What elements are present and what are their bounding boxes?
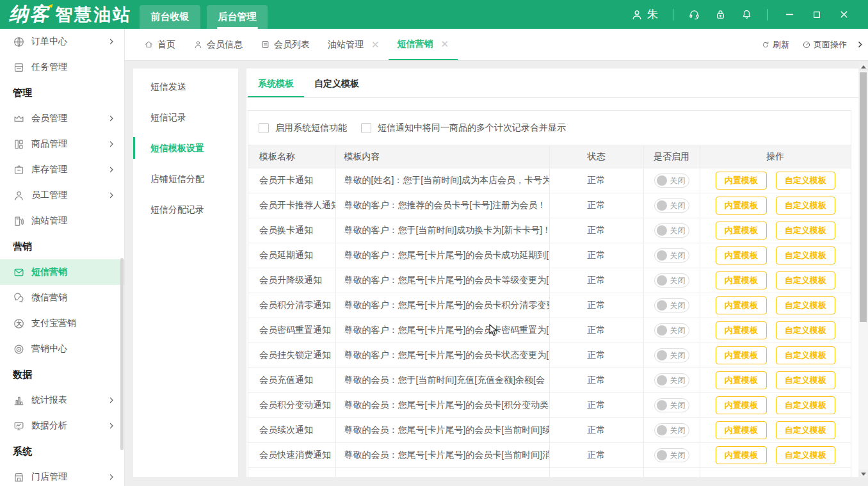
enable-toggle[interactable]: 关闭 bbox=[654, 423, 689, 437]
close-button[interactable] bbox=[839, 9, 849, 20]
sidebar-item[interactable]: 库存管理 bbox=[0, 157, 124, 182]
page-tab[interactable]: 油站管理✕ bbox=[319, 29, 389, 60]
maximize-button[interactable] bbox=[812, 10, 822, 20]
builtin-template-button[interactable]: 内置模板 bbox=[716, 296, 767, 314]
enable-toggle[interactable]: 关闭 bbox=[654, 323, 689, 337]
custom-template-button[interactable]: 自定义模板 bbox=[776, 446, 835, 464]
sidebar-item[interactable]: 订单中心 bbox=[0, 29, 124, 54]
enable-toggle[interactable]: 关闭 bbox=[654, 198, 689, 213]
template-content: 尊敬的客户：您尾号[卡片尾号]的会员卡积分清零变更 bbox=[335, 293, 549, 318]
tab-close-icon[interactable]: ✕ bbox=[441, 38, 449, 50]
page-tab-label: 首页 bbox=[157, 39, 175, 51]
chart-icon bbox=[13, 394, 25, 407]
custom-template-button[interactable]: 自定义模板 bbox=[776, 247, 835, 264]
enable-toggle[interactable]: 关闭 bbox=[654, 398, 689, 412]
sidebar-item[interactable]: 油站管理 bbox=[0, 208, 124, 234]
sidebar-item[interactable]: 任务管理 bbox=[0, 54, 124, 80]
chevron-right-icon bbox=[108, 38, 115, 45]
builtin-template-button[interactable]: 内置模板 bbox=[716, 371, 767, 389]
sidebar-item[interactable]: 短信营销 bbox=[0, 259, 124, 285]
custom-template-button[interactable]: 自定义模板 bbox=[776, 346, 835, 364]
sidebar-item[interactable]: 门店管理 bbox=[0, 464, 124, 486]
page-tab[interactable]: 会员列表 bbox=[252, 29, 319, 60]
sidebar-item[interactable]: 支付宝营销 bbox=[0, 311, 124, 336]
builtin-template-button[interactable]: 内置模板 bbox=[716, 321, 767, 339]
top-nav-cashier-button[interactable]: 前台收银 bbox=[140, 5, 200, 29]
enable-toggle[interactable]: 关闭 bbox=[654, 223, 689, 238]
toggle-knob-icon bbox=[657, 375, 667, 385]
enable-toggle[interactable]: 关闭 bbox=[654, 248, 689, 263]
custom-template-button[interactable]: 自定义模板 bbox=[776, 371, 835, 389]
sidebar-item[interactable]: 微信营销 bbox=[0, 285, 124, 311]
tab-close-icon[interactable]: ✕ bbox=[371, 39, 380, 51]
option-checkbox-item[interactable]: 启用系统短信功能 bbox=[259, 122, 347, 134]
builtin-template-button[interactable]: 内置模板 bbox=[716, 197, 767, 215]
headset-icon[interactable] bbox=[688, 8, 700, 20]
vertical-scrollbar[interactable] bbox=[858, 62, 868, 478]
page-operations-button[interactable]: 页面操作 bbox=[802, 39, 847, 51]
custom-template-button[interactable]: 自定义模板 bbox=[776, 197, 835, 215]
option-checkbox-item[interactable]: 短信通知中将同一商品的多个计次记录合并显示 bbox=[361, 122, 566, 134]
minimize-button[interactable] bbox=[784, 9, 795, 20]
checkbox-icon[interactable] bbox=[259, 123, 269, 133]
refresh-button[interactable]: 刷新 bbox=[761, 39, 789, 51]
table-row: 会员换卡通知尊敬的客户：您于[当前时间]成功换卡为[新卡卡号]！正常关闭内置模板… bbox=[248, 218, 851, 243]
sidebar-item[interactable]: 员工管理 bbox=[0, 182, 124, 208]
table-row: 会员升降级通知尊敬的客户：您尾号[卡片尾号]的会员卡等级变更为[正常关闭内置模板… bbox=[248, 268, 851, 293]
page-tab[interactable]: 首页 bbox=[135, 29, 184, 60]
page-tab[interactable]: 短信营销✕ bbox=[389, 29, 458, 60]
builtin-template-button[interactable]: 内置模板 bbox=[716, 172, 767, 190]
top-nav-backstage-button[interactable]: 后台管理 bbox=[207, 5, 268, 29]
sidebar-section-label: 营销 bbox=[0, 234, 124, 259]
toggle-label: 关闭 bbox=[670, 275, 686, 286]
enable-toggle[interactable]: 关闭 bbox=[654, 373, 689, 387]
checkbox-icon[interactable] bbox=[361, 123, 371, 133]
custom-template-button[interactable]: 自定义模板 bbox=[776, 396, 835, 414]
enable-toggle[interactable]: 关闭 bbox=[654, 348, 689, 362]
custom-template-button[interactable]: 自定义模板 bbox=[776, 321, 835, 339]
builtin-template-button[interactable]: 内置模板 bbox=[716, 421, 767, 439]
enable-toggle[interactable]: 关闭 bbox=[654, 298, 689, 312]
custom-template-button[interactable]: 自定义模板 bbox=[776, 271, 835, 289]
sidebar-item[interactable]: 营销中心 bbox=[0, 336, 124, 362]
custom-template-button[interactable]: 自定义模板 bbox=[776, 222, 835, 239]
builtin-template-button[interactable]: 内置模板 bbox=[716, 346, 767, 364]
submenu-item[interactable]: 短信记录 bbox=[133, 102, 238, 133]
app-logo: 纳客 智慧油站 bbox=[9, 1, 132, 28]
sidebar-item[interactable]: 商品管理 bbox=[0, 131, 124, 157]
enable-toggle[interactable]: 关闭 bbox=[654, 174, 689, 188]
sidebar-item[interactable]: 统计报表 bbox=[0, 387, 124, 413]
scrollbar-up-button[interactable] bbox=[858, 62, 868, 71]
user-icon bbox=[631, 8, 643, 21]
scrollbar-thumb[interactable] bbox=[860, 72, 867, 322]
toggle-knob-icon bbox=[657, 225, 667, 236]
submenu-item[interactable]: 短信模板设置 bbox=[133, 133, 238, 163]
chevron-right-icon[interactable] bbox=[856, 40, 864, 49]
enable-toggle[interactable]: 关闭 bbox=[654, 448, 689, 462]
app-window: 纳客 智慧油站 前台收银后台管理 朱 订单中心任务管理管理会员管理商品管理库存管… bbox=[0, 0, 868, 486]
sidebar-item[interactable]: 会员管理 bbox=[0, 106, 124, 131]
builtin-template-button[interactable]: 内置模板 bbox=[716, 446, 767, 464]
builtin-template-button[interactable]: 内置模板 bbox=[716, 271, 767, 289]
lock-icon[interactable] bbox=[714, 8, 727, 20]
submenu-item[interactable]: 店铺短信分配 bbox=[133, 163, 238, 194]
scrollbar-down-button[interactable] bbox=[858, 469, 868, 478]
sidebar-scrollbar-thumb[interactable] bbox=[120, 258, 124, 450]
submenu-item[interactable]: 短信分配记录 bbox=[133, 194, 238, 225]
custom-template-button[interactable]: 自定义模板 bbox=[776, 172, 835, 190]
builtin-template-button[interactable]: 内置模板 bbox=[716, 247, 767, 264]
open-pages-tabbar: 首页会员信息会员列表油站管理✕短信营销✕ 刷新 页面操作 bbox=[125, 29, 868, 61]
sidebar-item-label: 任务管理 bbox=[31, 61, 67, 73]
enable-toggle[interactable]: 关闭 bbox=[654, 273, 689, 288]
template-tab[interactable]: 系统模板 bbox=[248, 69, 304, 97]
custom-template-button[interactable]: 自定义模板 bbox=[776, 296, 835, 314]
current-user[interactable]: 朱 bbox=[631, 7, 658, 22]
builtin-template-button[interactable]: 内置模板 bbox=[716, 222, 767, 239]
page-tab[interactable]: 会员信息 bbox=[184, 29, 252, 60]
sidebar-item[interactable]: 数据分析 bbox=[0, 413, 124, 439]
template-tab[interactable]: 自定义模板 bbox=[304, 69, 369, 97]
custom-template-button[interactable]: 自定义模板 bbox=[776, 421, 835, 439]
bell-icon[interactable] bbox=[741, 8, 753, 20]
submenu-item[interactable]: 短信发送 bbox=[133, 71, 238, 102]
builtin-template-button[interactable]: 内置模板 bbox=[716, 396, 767, 414]
